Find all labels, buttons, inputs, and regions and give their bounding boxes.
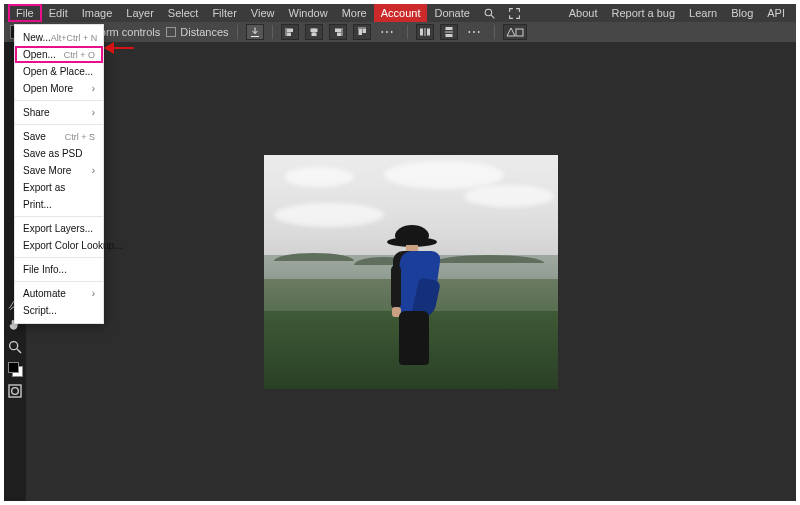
menu-item-label: Save: [23, 131, 46, 142]
file-menu-item[interactable]: Export as: [15, 179, 103, 196]
menu-api[interactable]: API: [760, 5, 792, 21]
menu-item-shortcut: Alt+Ctrl + N: [51, 33, 98, 43]
menu-item-label: Automate: [23, 288, 66, 299]
svg-point-26: [12, 388, 19, 395]
divider: [407, 25, 408, 39]
menu-item-label: Open...: [23, 49, 56, 60]
chevron-right-icon: ›: [92, 83, 95, 94]
search-icon[interactable]: [477, 4, 502, 22]
menu-learn[interactable]: Learn: [682, 5, 724, 21]
menu-item-label: Save as PSD: [23, 148, 82, 159]
file-menu-item[interactable]: Script...: [15, 302, 103, 319]
file-menu-item[interactable]: Open & Place...: [15, 63, 103, 80]
distribute-v-button[interactable]: [440, 24, 458, 40]
quickmask-icon[interactable]: [6, 382, 24, 400]
menu-more[interactable]: More: [335, 4, 374, 22]
file-menu-item[interactable]: Export Layers...: [15, 220, 103, 237]
dropdown-separator: [15, 100, 103, 101]
svg-rect-13: [363, 30, 366, 33]
file-menu-item[interactable]: Open More›: [15, 80, 103, 97]
svg-rect-12: [359, 30, 362, 35]
menu-select[interactable]: Select: [161, 4, 206, 22]
fullscreen-icon[interactable]: [502, 4, 527, 22]
menu-image[interactable]: Image: [75, 4, 120, 22]
color-swatches[interactable]: [6, 360, 24, 378]
divider: [272, 25, 273, 39]
svg-rect-15: [427, 29, 429, 35]
menu-item-label: Open More: [23, 83, 73, 94]
menu-item-label: New...: [23, 32, 51, 43]
distribute-more-button[interactable]: ⋯: [464, 28, 486, 36]
svg-point-0: [485, 9, 492, 16]
file-menu-item[interactable]: New...Alt+Ctrl + N: [15, 29, 103, 46]
file-menu-item[interactable]: SaveCtrl + S: [15, 128, 103, 145]
divider: [237, 25, 238, 39]
svg-rect-17: [446, 28, 452, 30]
file-menu-item[interactable]: Open...Ctrl + O: [15, 46, 103, 63]
file-dropdown: New...Alt+Ctrl + NOpen...Ctrl + OOpen & …: [14, 24, 104, 324]
menu-item-label: Open & Place...: [23, 66, 93, 77]
svg-rect-4: [287, 33, 290, 36]
menu-view[interactable]: View: [244, 4, 282, 22]
app-shell: File Edit Image Layer Select Filter View…: [4, 4, 796, 501]
file-menu-item[interactable]: Save as PSD: [15, 145, 103, 162]
annotation-arrow: [104, 42, 134, 54]
3d-button[interactable]: [503, 24, 527, 40]
svg-rect-3: [287, 29, 292, 32]
options-bar: Transform controls Distances ⋯ ⋯: [4, 22, 796, 42]
menu-blog[interactable]: Blog: [724, 5, 760, 21]
menu-edit[interactable]: Edit: [42, 4, 75, 22]
checkbox-icon: [166, 27, 176, 37]
dropdown-separator: [15, 281, 103, 282]
svg-line-1: [491, 15, 494, 18]
svg-marker-20: [507, 28, 515, 36]
menu-filter[interactable]: Filter: [205, 4, 243, 22]
menu-item-shortcut: Ctrl + O: [64, 50, 95, 60]
menu-item-label: Share: [23, 107, 50, 118]
menu-layer[interactable]: Layer: [119, 4, 161, 22]
svg-rect-9: [335, 29, 340, 32]
menu-account[interactable]: Account: [374, 4, 428, 22]
dropdown-separator: [15, 216, 103, 217]
menu-item-shortcut: Ctrl + S: [65, 132, 95, 142]
menu-item-label: Export Layers...: [23, 223, 93, 234]
file-menu-item[interactable]: Save More›: [15, 162, 103, 179]
svg-rect-7: [312, 33, 316, 36]
menubar: File Edit Image Layer Select Filter View…: [4, 4, 796, 22]
svg-rect-10: [337, 33, 340, 36]
svg-rect-18: [446, 35, 452, 37]
svg-rect-6: [311, 29, 317, 32]
align-more-button[interactable]: ⋯: [377, 28, 399, 36]
menu-donate[interactable]: Donate: [427, 4, 476, 22]
chevron-right-icon: ›: [92, 165, 95, 176]
canvas-area[interactable]: [26, 42, 796, 501]
svg-rect-21: [516, 29, 523, 36]
menubar-right: About Report a bug Learn Blog API: [562, 4, 792, 22]
canvas-image: [264, 155, 558, 389]
menu-item-label: Export as: [23, 182, 65, 193]
menu-item-label: Export Color Lookup...: [23, 240, 123, 251]
menu-item-label: Script...: [23, 305, 57, 316]
menu-about[interactable]: About: [562, 5, 605, 21]
align-left-button[interactable]: [281, 24, 299, 40]
svg-point-23: [10, 342, 18, 350]
svg-line-24: [17, 349, 21, 353]
person-figure: [371, 225, 451, 375]
svg-rect-25: [9, 385, 21, 397]
file-menu-item[interactable]: Share›: [15, 104, 103, 121]
distances-label: Distances: [180, 26, 228, 38]
menu-file[interactable]: File: [8, 4, 42, 22]
file-menu-item[interactable]: Export Color Lookup...: [15, 237, 103, 254]
menu-window[interactable]: Window: [282, 4, 335, 22]
align-right-button[interactable]: [329, 24, 347, 40]
align-center-h-button[interactable]: [305, 24, 323, 40]
align-top-button[interactable]: [353, 24, 371, 40]
file-menu-item[interactable]: File Info...: [15, 261, 103, 278]
distances-toggle[interactable]: Distances: [166, 26, 228, 38]
distribute-h-button[interactable]: [416, 24, 434, 40]
zoom-tool-icon[interactable]: [6, 338, 24, 356]
file-menu-item[interactable]: Print...: [15, 196, 103, 213]
menu-report-bug[interactable]: Report a bug: [604, 5, 682, 21]
download-button[interactable]: [246, 24, 264, 40]
file-menu-item[interactable]: Automate›: [15, 285, 103, 302]
